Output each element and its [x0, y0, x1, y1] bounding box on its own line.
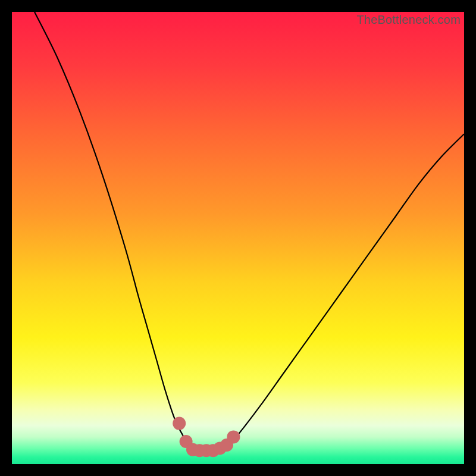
trough-markers [173, 417, 240, 458]
plot-area [12, 12, 464, 464]
trough-marker [173, 417, 186, 430]
chart-stage: TheBottleneck.com [0, 0, 476, 476]
curve-layer [12, 12, 464, 464]
trough-marker [227, 430, 240, 443]
watermark-text: TheBottleneck.com [356, 13, 461, 27]
bottleneck-curve [35, 12, 464, 450]
